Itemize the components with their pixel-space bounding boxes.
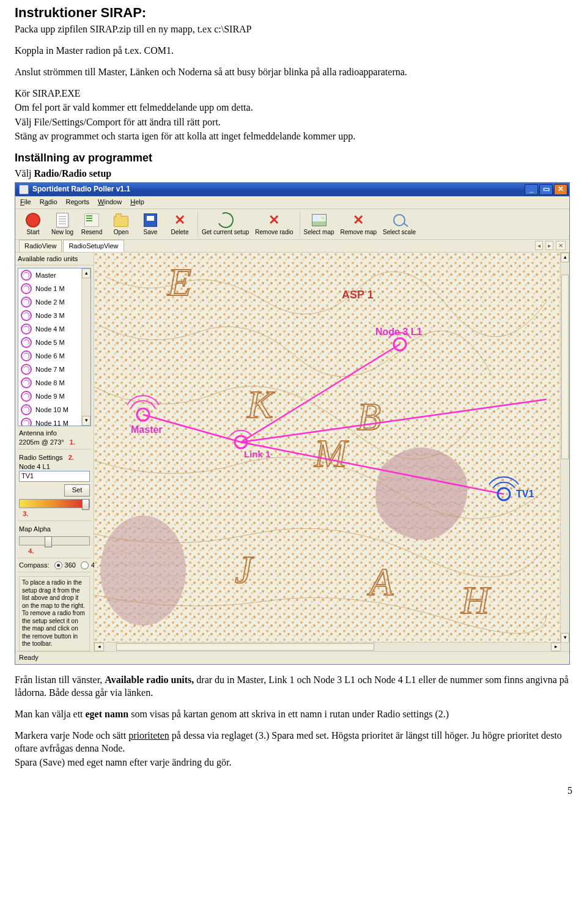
callout-4: 4. [28, 547, 34, 555]
tab-close[interactable]: ✕ [556, 241, 566, 250]
svg-text:K: K [246, 383, 275, 426]
map-canvas[interactable]: E K M B J A H ASP 1 [94, 253, 569, 651]
slider-thumb[interactable] [82, 499, 89, 510]
text-bold: eget namn [86, 709, 129, 719]
toolbar-label: Select map [304, 228, 334, 236]
get-setup-button[interactable]: Get current setup [198, 212, 251, 237]
priority-slider[interactable] [19, 499, 90, 508]
set-button[interactable]: Set [64, 484, 90, 497]
unit-row[interactable]: Node 7 M [18, 363, 90, 376]
x-icon: ✕ [268, 213, 279, 227]
unit-listbox[interactable]: MasterNode 1 MNode 2 MNode 3 MNode 4 MNo… [18, 268, 91, 426]
scroll-up-icon[interactable]: ▴ [561, 253, 569, 262]
unit-row[interactable]: Master [18, 268, 90, 282]
open-button[interactable]: Open [107, 212, 135, 237]
tab-scroll-left[interactable]: ◂ [535, 241, 543, 250]
scroll-thumb[interactable] [561, 275, 569, 459]
paragraph: Spara (Save) med eget namn efter varje ä… [15, 756, 572, 769]
text-underline: prioriteten [128, 730, 169, 741]
toolbar-label: Remove map [341, 228, 377, 236]
tab-controls: ◂ ▸ ✕ [535, 241, 566, 250]
compass-option-360[interactable]: 360 [54, 561, 76, 570]
resend-button[interactable]: Resend [78, 212, 106, 237]
paragraph: Från listan till vänster, Available radi… [15, 673, 572, 699]
slider-thumb[interactable] [45, 536, 52, 547]
unit-row[interactable]: Node 9 M [18, 390, 90, 403]
unit-label: Node 11 M [35, 419, 68, 426]
stop-icon [26, 213, 40, 227]
newlog-button[interactable]: New log [48, 212, 76, 237]
section-heading: Inställning av programmet [15, 151, 572, 166]
close-button[interactable]: ✕ [554, 184, 567, 195]
radio-icon [21, 297, 32, 308]
save-icon [144, 213, 157, 227]
unit-label: Node 2 M [35, 298, 65, 307]
scroll-down-icon[interactable]: ▾ [82, 416, 90, 426]
unit-row[interactable]: Node 6 M [18, 349, 90, 363]
tab-radiosetupview[interactable]: RadioSetupView [63, 240, 124, 252]
remove-map-button[interactable]: ✕ Remove map [338, 212, 379, 237]
radio-icon [21, 364, 32, 375]
unit-row[interactable]: Node 10 M [18, 403, 90, 416]
tab-scroll-right[interactable]: ▸ [545, 241, 553, 250]
menu-reports[interactable]: Reports [66, 198, 90, 207]
menu-file[interactable]: File [20, 198, 31, 207]
titlebar[interactable]: Sportident Radio Poller v1.1 _ ▭ ✕ [15, 183, 569, 196]
x-icon: ✕ [174, 213, 185, 227]
compass-label: Compass: [19, 561, 50, 570]
radio-icon [21, 310, 32, 321]
toolbar-label: Select scale [383, 228, 416, 236]
map-h-scroll[interactable]: ◂ ▸ [94, 642, 561, 651]
scroll-down-icon[interactable]: ▾ [561, 633, 569, 643]
select-map-button[interactable]: Select map [300, 212, 337, 237]
menu-radio[interactable]: Radio [40, 198, 57, 207]
remove-radio-button[interactable]: ✕ Remove radio [253, 212, 295, 237]
menu-help[interactable]: Help [130, 198, 144, 207]
radio-icon [21, 337, 32, 348]
map-label-master: Master [131, 424, 163, 435]
text: Markera varje Node och sätt [15, 730, 128, 741]
radio-name-input[interactable]: TV1 [19, 471, 90, 482]
x-icon: ✕ [353, 213, 364, 227]
tab-radioview[interactable]: RadioView [19, 240, 62, 252]
listbox-scrollbar[interactable]: ▴ ▾ [81, 268, 90, 426]
unit-row[interactable]: Node 3 M [18, 309, 90, 322]
scroll-right-icon[interactable]: ▸ [551, 643, 561, 651]
paragraph: Kör SIRAP.EXE [15, 87, 572, 100]
unit-label: Node 6 M [35, 352, 65, 361]
unit-row[interactable]: Node 1 M [18, 282, 90, 295]
radio-icon [21, 404, 32, 415]
unit-row[interactable]: Node 4 M [18, 322, 90, 336]
start-button[interactable]: Start [19, 212, 47, 237]
statusbar: Ready [15, 651, 569, 664]
unit-label: Node 7 M [35, 365, 65, 374]
map-v-scroll[interactable]: ▴ ▾ [560, 253, 569, 643]
text: 3. [259, 730, 266, 741]
paragraph: Välj Radio/Radio setup [15, 167, 572, 180]
save-button[interactable]: Save [136, 212, 164, 237]
text: på dessa via reglaget ( [169, 730, 259, 741]
minimize-button[interactable]: _ [525, 184, 538, 195]
map-alpha-slider[interactable] [19, 536, 90, 545]
svg-text:B: B [357, 395, 381, 438]
unit-row[interactable]: Node 5 M [18, 336, 90, 349]
toolbar-label: Delete [171, 228, 189, 236]
menu-window[interactable]: Window [98, 198, 122, 207]
text: Välj [15, 168, 34, 179]
scroll-thumb[interactable] [116, 643, 374, 651]
text: Man kan välja ett [15, 709, 86, 719]
unit-label: Node 10 M [35, 405, 68, 415]
delete-button[interactable]: ✕ Delete [166, 212, 194, 237]
unit-row[interactable]: Node 8 M [18, 376, 90, 390]
unit-label: Node 3 M [35, 311, 65, 320]
scroll-left-icon[interactable]: ◂ [94, 643, 104, 651]
maximize-button[interactable]: ▭ [539, 184, 553, 195]
toolbar-label: Save [144, 228, 158, 236]
toolbar: Start New log Resend Open Save ✕ Delete … [15, 209, 569, 240]
text-bold: Radio/Radio setup [34, 168, 112, 179]
scroll-up-icon[interactable]: ▴ [82, 268, 90, 278]
callout-1: 1. [70, 438, 75, 446]
unit-row[interactable]: Node 11 M [18, 416, 90, 426]
select-scale-button[interactable]: Select scale [380, 212, 418, 237]
unit-row[interactable]: Node 2 M [18, 295, 90, 309]
